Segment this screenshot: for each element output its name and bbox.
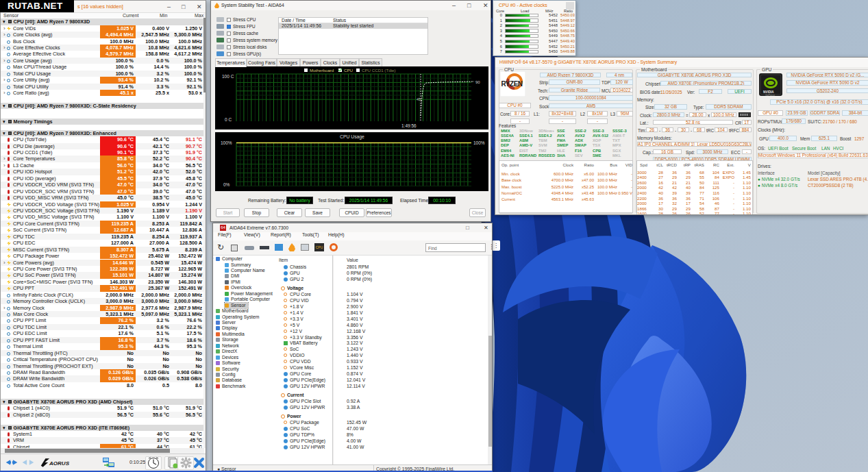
svg-text:100%: 100% [221, 140, 232, 145]
svg-text:CPU CCD1 (Tdie): CPU CCD1 (Tdie) [362, 68, 396, 73]
svg-text:Motherboard: Motherboard [310, 68, 334, 73]
svg-text:90: 90 [475, 80, 480, 84]
svg-text:1:49:56: 1:49:56 [401, 123, 417, 128]
svg-text:0%: 0% [223, 182, 230, 187]
svg-text:100 C: 100 C [222, 74, 234, 79]
svg-text:AORUS: AORUS [49, 460, 70, 467]
svg-text:RYZEN: RYZEN [501, 80, 523, 88]
svg-text:100%: 100% [473, 140, 485, 145]
svg-text:CPU Usage: CPU Usage [340, 134, 364, 140]
svg-text:GeForce: GeForce [765, 94, 775, 97]
svg-text:CPU: CPU [344, 68, 353, 73]
svg-text:0 C: 0 C [225, 117, 232, 122]
svg-text:45: 45 [417, 97, 421, 101]
